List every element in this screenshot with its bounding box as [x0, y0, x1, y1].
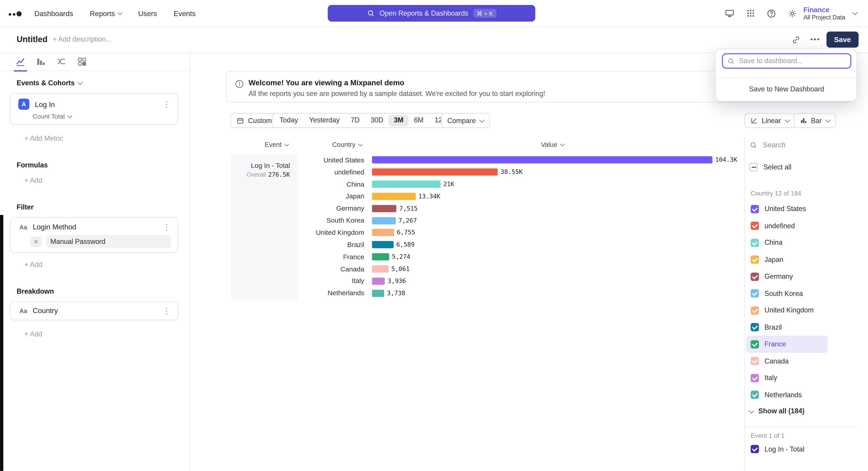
nav-item-users[interactable]: Users: [138, 9, 157, 18]
save-to-new-dashboard-item[interactable]: Save to New Dashboard: [716, 78, 858, 100]
breakdown-card[interactable]: Aa Country ⋮: [10, 301, 178, 320]
column-header-value[interactable]: Value: [541, 141, 564, 148]
add-description-field[interactable]: + Add description...: [53, 35, 112, 43]
add-filter-link[interactable]: + Add: [24, 261, 42, 268]
value-bar[interactable]: [372, 181, 440, 188]
country-checkbox[interactable]: [751, 205, 759, 213]
select-all-row[interactable]: Select all: [749, 163, 792, 171]
value-bar[interactable]: [372, 290, 384, 297]
country-checkbox[interactable]: [751, 323, 759, 331]
country-filter-row[interactable]: Japan: [746, 251, 857, 268]
country-filter-row[interactable]: Canada: [746, 353, 857, 370]
value-bar[interactable]: [372, 205, 397, 212]
legend-search: [749, 140, 852, 150]
country-checkbox[interactable]: [751, 239, 759, 247]
country-filter-row[interactable]: South Korea: [746, 285, 857, 302]
event-checkbox[interactable]: [751, 445, 759, 453]
country-checkbox[interactable]: [751, 222, 759, 230]
range-yesterday[interactable]: Yesterday: [304, 115, 345, 126]
filter-property-name[interactable]: Login Method: [33, 223, 163, 231]
country-filter-row[interactable]: undefined: [746, 217, 857, 234]
country-checkbox[interactable]: [751, 306, 759, 315]
aggregation-selector[interactable]: Count Total: [33, 113, 178, 120]
value-bar[interactable]: [372, 193, 416, 200]
help-icon[interactable]: [767, 8, 776, 18]
value-bar[interactable]: [372, 254, 389, 261]
value-bar[interactable]: [372, 156, 712, 164]
add-breakdown-link[interactable]: + Add: [24, 330, 42, 338]
metric-card[interactable]: A Log In ⋮ Count Total: [10, 93, 178, 125]
tab-funnels[interactable]: [36, 57, 46, 66]
country-filter-row[interactable]: Netherlands: [746, 386, 857, 403]
copy-link-icon[interactable]: [792, 35, 800, 45]
compare-button[interactable]: Compare: [441, 113, 490, 128]
country-filter-row[interactable]: United States: [746, 201, 857, 217]
country-checkbox[interactable]: [751, 391, 759, 399]
country-filter-row[interactable]: France: [746, 336, 828, 353]
settings-gear-icon[interactable]: [788, 8, 797, 18]
value-bar[interactable]: [372, 241, 394, 248]
nav-item-events[interactable]: Events: [174, 9, 195, 18]
column-header-event[interactable]: Event: [265, 141, 288, 148]
column-header-country[interactable]: Country: [332, 141, 362, 148]
filter-card[interactable]: Aa Login Method ⋮ =: [10, 217, 178, 253]
chevron-down-icon: [825, 117, 831, 122]
select-all-checkbox[interactable]: [749, 163, 758, 171]
project-selector[interactable]: Finance All Project Data: [803, 0, 857, 27]
product-updates-icon[interactable]: [725, 8, 735, 18]
range-30d[interactable]: 30D: [365, 115, 389, 126]
country-checkbox[interactable]: [751, 374, 759, 382]
range-3m[interactable]: 3M: [389, 115, 408, 126]
tab-insights[interactable]: [16, 57, 26, 66]
country-checkbox[interactable]: [751, 357, 759, 365]
value-bar[interactable]: [372, 229, 394, 236]
apps-grid-icon[interactable]: [746, 9, 755, 18]
nav-item-reports[interactable]: Reports: [90, 9, 122, 18]
country-filter-row[interactable]: Brazil: [746, 319, 857, 336]
panel-divider: [745, 426, 856, 427]
nav-item-dashboards[interactable]: Dashboards: [34, 9, 73, 18]
country-checkbox[interactable]: [751, 272, 759, 281]
value-bar[interactable]: [372, 217, 396, 224]
more-options-icon[interactable]: [810, 38, 819, 41]
country-filter-row[interactable]: China: [746, 234, 857, 251]
country-checkbox[interactable]: [751, 340, 759, 348]
value-bar[interactable]: [372, 169, 498, 176]
global-search-button[interactable]: Open Reports & Dashboards ⌘ + K: [328, 5, 535, 22]
metric-menu-icon[interactable]: ⋮: [163, 101, 171, 107]
value-bar[interactable]: [372, 265, 389, 273]
filter-operator[interactable]: =: [31, 236, 41, 247]
country-checkbox[interactable]: [751, 289, 759, 298]
filter-section-heading: Filter: [17, 203, 33, 211]
add-formula-link[interactable]: + Add: [24, 177, 42, 184]
country-checkbox[interactable]: [751, 256, 759, 264]
filter-value-input[interactable]: [46, 235, 171, 248]
save-to-dashboard-input[interactable]: [738, 57, 846, 65]
range-7d[interactable]: 7D: [345, 115, 365, 126]
country-filter-row[interactable]: United Kingdom: [746, 302, 857, 319]
legend-search-input[interactable]: [762, 140, 847, 150]
filter-menu-icon[interactable]: ⋮: [163, 224, 171, 230]
metric-name[interactable]: Log In: [35, 100, 163, 108]
tab-retention[interactable]: [77, 57, 87, 66]
range-6m[interactable]: 6M: [408, 115, 429, 126]
range-today[interactable]: Today: [274, 115, 304, 126]
report-title[interactable]: Untitled: [17, 34, 48, 44]
tab-flows[interactable]: [57, 57, 66, 66]
save-button[interactable]: Save: [826, 32, 859, 48]
chart-row: Germany7,515: [301, 203, 737, 214]
country-filter-row[interactable]: Germany: [746, 268, 857, 285]
custom-date-button[interactable]: Custom: [230, 113, 278, 128]
country-filter-row[interactable]: Italy: [746, 370, 857, 386]
event-filter-row[interactable]: Log In - Total: [751, 445, 804, 453]
breakdown-menu-icon[interactable]: ⋮: [163, 308, 171, 313]
mixpanel-logo-icon[interactable]: [8, 8, 22, 19]
chart-type-button[interactable]: Bar: [794, 113, 836, 128]
scale-selector-button[interactable]: Linear: [745, 113, 796, 128]
search-icon: [367, 9, 374, 17]
show-all-row[interactable]: Show all (184): [749, 407, 804, 415]
breakdown-property-name[interactable]: Country: [33, 306, 163, 315]
value-bar[interactable]: [372, 277, 385, 285]
events-section-heading[interactable]: Events & Cohorts: [17, 79, 82, 87]
add-metric-link[interactable]: + Add Metric: [24, 135, 63, 142]
